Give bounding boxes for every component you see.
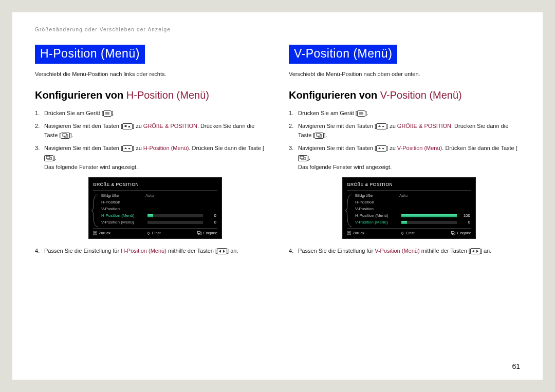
osd-slider bbox=[401, 221, 457, 224]
nav-target: V-Position (Menü) bbox=[397, 145, 442, 151]
manual-page: Größenänderung oder Verschieben der Anze… bbox=[12, 12, 543, 380]
steps-list: Drücken Sie am Gerät []. Navigieren Sie … bbox=[35, 108, 266, 256]
svg-rect-20 bbox=[452, 231, 454, 233]
step-1: Drücken Sie am Gerät []. bbox=[289, 108, 520, 118]
breadcrumb: Größenänderung oder Verschieben der Anze… bbox=[35, 27, 520, 32]
right-column: V-Position (Menü) Verschiebt die Menü-Po… bbox=[289, 45, 520, 259]
two-column-layout: H-Position (Menü) Verschiebt die Menü-Po… bbox=[35, 45, 520, 259]
osd-title: GRÖßE & POSITION bbox=[347, 181, 471, 190]
config-prefix: Konfigurieren von bbox=[289, 89, 380, 101]
step-3-note: Das folgende Fenster wird angezeigt. bbox=[44, 162, 266, 172]
step-3: Navigieren Sie mit den Tasten [] zu V-Po… bbox=[289, 143, 520, 239]
menu-icon bbox=[357, 110, 365, 117]
step-3: Navigieren Sie mit den Tasten [] zu H-Po… bbox=[35, 143, 266, 239]
intro-text: Verschiebt die Menü-Position nach oben o… bbox=[289, 71, 520, 77]
osd-screenshot: GRÖßE & POSITION BildgrößeAuto H-Positio… bbox=[298, 177, 520, 239]
up-down-icon bbox=[376, 123, 386, 129]
osd-row-selected: V-Position (Menü)0 bbox=[354, 219, 471, 226]
step-4: Passen Sie die Einstellung für V-Positio… bbox=[289, 246, 520, 256]
osd-footer-enter: Eingabe bbox=[197, 230, 217, 237]
osd-row: H-Position bbox=[100, 199, 217, 206]
osd-row: H-Position (Menü)100 bbox=[354, 213, 471, 219]
left-column: H-Position (Menü) Verschiebt die Menü-Po… bbox=[35, 45, 266, 259]
step-3-note: Das folgende Fenster wird angezeigt. bbox=[298, 162, 520, 172]
osd-footer: Zurück Einst. Eingabe bbox=[93, 228, 217, 237]
section-title-h-position: H-Position (Menü) bbox=[35, 45, 145, 64]
step-4: Passen Sie die Einstellung für H-Positio… bbox=[35, 246, 266, 256]
section-title-v-position: V-Position (Menü) bbox=[289, 45, 397, 64]
left-right-icon bbox=[217, 248, 227, 254]
enter-icon bbox=[44, 155, 53, 161]
up-down-icon bbox=[122, 123, 133, 129]
osd-footer-adjust: Einst. bbox=[400, 230, 416, 237]
svg-rect-10 bbox=[198, 231, 200, 233]
up-down-icon bbox=[122, 145, 133, 152]
osd-row: V-Position (Menü)0 bbox=[100, 219, 217, 226]
osd-slider bbox=[147, 214, 203, 217]
osd-bracket bbox=[93, 193, 100, 226]
nav-target: GRÖßE & POSITION bbox=[397, 123, 451, 129]
svg-rect-14 bbox=[317, 134, 320, 136]
config-heading: Konfigurieren von V-Position (Menü) bbox=[289, 89, 520, 101]
up-down-icon bbox=[376, 145, 386, 152]
osd-title: GRÖßE & POSITION bbox=[93, 181, 217, 190]
step4-target: H-Position (Menü) bbox=[121, 248, 166, 254]
osd-panel: GRÖßE & POSITION BildgrößeAuto H-Positio… bbox=[342, 177, 476, 239]
step-2: Navigieren Sie mit den Tasten [] zu GRÖß… bbox=[289, 121, 520, 140]
page-number: 61 bbox=[512, 362, 520, 370]
step-1: Drücken Sie am Gerät []. bbox=[35, 108, 266, 118]
menu-icon bbox=[103, 110, 112, 117]
config-heading: Konfigurieren von H-Position (Menü) bbox=[35, 89, 266, 101]
nav-target: GRÖßE & POSITION bbox=[143, 123, 197, 129]
svg-rect-5 bbox=[46, 156, 50, 159]
svg-rect-15 bbox=[300, 156, 304, 159]
osd-panel: GRÖßE & POSITION BildgrößeAuto H-Positio… bbox=[88, 177, 222, 239]
osd-row: H-Position bbox=[354, 199, 471, 206]
osd-slider bbox=[401, 214, 457, 217]
osd-items: BildgrößeAuto H-Position V-Position H-Po… bbox=[100, 193, 217, 226]
osd-bracket bbox=[347, 193, 354, 226]
steps-list: Drücken Sie am Gerät []. Navigieren Sie … bbox=[289, 108, 520, 256]
enter-icon bbox=[61, 133, 70, 139]
osd-footer: Zurück Einst. Eingabe bbox=[347, 228, 471, 237]
osd-row: V-Position bbox=[100, 206, 217, 213]
osd-row: V-Position bbox=[354, 206, 471, 213]
config-name: V-Position (Menü) bbox=[380, 89, 462, 101]
osd-row: BildgrößeAuto bbox=[100, 193, 217, 199]
osd-screenshot: GRÖßE & POSITION BildgrößeAuto H-Positio… bbox=[44, 177, 266, 239]
osd-row: BildgrößeAuto bbox=[354, 193, 471, 199]
osd-slider bbox=[147, 221, 203, 224]
config-name: H-Position (Menü) bbox=[126, 89, 209, 101]
osd-row-selected: H-Position (Menü)0 bbox=[100, 213, 217, 219]
svg-rect-4 bbox=[63, 134, 66, 136]
step4-target: V-Position (Menü) bbox=[375, 248, 419, 254]
config-prefix: Konfigurieren von bbox=[35, 89, 126, 101]
enter-icon bbox=[298, 155, 307, 161]
nav-target: H-Position (Menü) bbox=[143, 145, 189, 151]
osd-footer-back: Zurück bbox=[347, 230, 364, 237]
osd-items: BildgrößeAuto H-Position V-Position H-Po… bbox=[354, 193, 471, 226]
left-right-icon bbox=[470, 248, 480, 254]
osd-footer-back: Zurück bbox=[93, 230, 110, 237]
intro-text: Verschiebt die Menü-Position nach links … bbox=[35, 71, 266, 77]
enter-icon bbox=[314, 133, 324, 139]
osd-footer-adjust: Einst. bbox=[146, 230, 162, 237]
osd-footer-enter: Eingabe bbox=[451, 230, 471, 237]
step-2: Navigieren Sie mit den Tasten [] zu GRÖß… bbox=[35, 121, 266, 140]
